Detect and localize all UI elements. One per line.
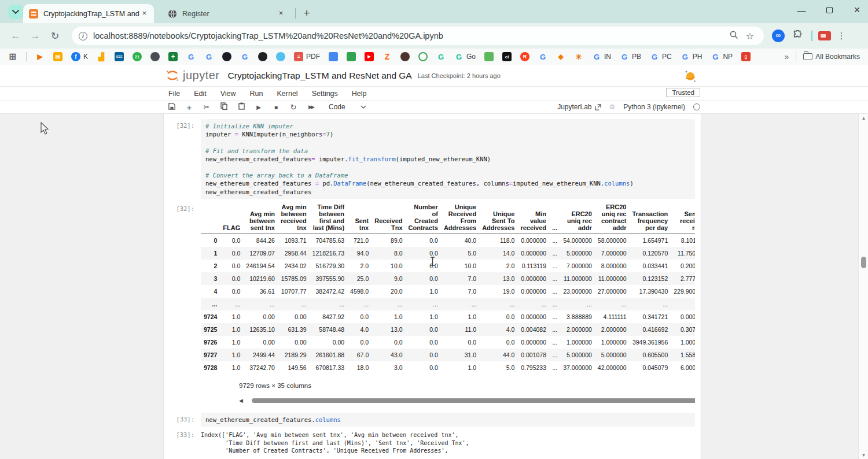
- scroll-down-icon[interactable]: ▼: [859, 453, 868, 458]
- scrollbar-thumb[interactable]: [252, 398, 695, 403]
- tab-close-icon[interactable]: ×: [276, 9, 286, 18]
- bookmark-pdf[interactable]: ≡PDF: [294, 52, 320, 61]
- menu-help[interactable]: Help: [352, 90, 367, 98]
- bookmark-apps-grid[interactable]: ⊞: [8, 52, 17, 61]
- cell: ...: [220, 298, 243, 310]
- google-2-icon: G: [204, 52, 214, 61]
- run-cell-icon[interactable]: ▶: [255, 104, 263, 110]
- jupyter-wordmark: jupyter: [183, 69, 220, 82]
- maximize-button[interactable]: [823, 5, 836, 15]
- extension-infinity-icon[interactable]: ∞: [772, 29, 785, 42]
- bookmark-google-1[interactable]: G: [186, 52, 196, 61]
- bookmark-orange-arrow[interactable]: ▶: [35, 52, 45, 61]
- restart-kernel-icon[interactable]: ↻: [289, 103, 297, 112]
- all-bookmarks-button[interactable]: All Bookmarks: [803, 53, 860, 61]
- gear-icon[interactable]: ⚙: [609, 103, 616, 111]
- bookmark-google-pc[interactable]: GPC: [650, 52, 672, 61]
- bookmark-cl-badge[interactable]: cl: [502, 52, 512, 61]
- tab-notebook[interactable]: CryptojackingTrap_LSTM and Re ×: [23, 4, 154, 23]
- bookmarks-overflow-icon[interactable]: »: [785, 52, 789, 61]
- cut-cells-icon[interactable]: ✂: [203, 103, 211, 112]
- add-cell-icon[interactable]: +: [185, 102, 193, 112]
- bookmark-github[interactable]: [222, 52, 231, 61]
- bookmark-green-ring[interactable]: [418, 52, 428, 61]
- new-tab-button[interactable]: +: [299, 6, 314, 21]
- extension-red-icon[interactable]: [818, 31, 831, 40]
- code-editor[interactable]: # Initialize KNN imputerimputer = KNNImp…: [201, 119, 695, 199]
- menu-settings[interactable]: Settings: [312, 90, 338, 98]
- bookmark-blue-doc[interactable]: [329, 52, 338, 61]
- trusted-badge[interactable]: Trusted: [666, 88, 700, 97]
- tab-close-icon[interactable]: ×: [139, 9, 149, 18]
- bookmark-youtube[interactable]: ▶: [365, 52, 374, 61]
- bookmark-teal-g-go[interactable]: GGo: [454, 52, 476, 61]
- forward-button[interactable]: →: [25, 30, 45, 42]
- tab-search-button[interactable]: [8, 5, 23, 19]
- extensions-puzzle-icon[interactable]: [789, 30, 806, 42]
- kernel-name[interactable]: Python 3 (ipykernel): [623, 103, 685, 111]
- bookmark-google-2[interactable]: G: [204, 52, 214, 61]
- bookmark-google-3[interactable]: G: [240, 52, 249, 61]
- cell: 149.56: [278, 361, 310, 374]
- bookmark-z-site[interactable]: Z: [382, 52, 392, 61]
- bookmark-teal-g[interactable]: G: [436, 52, 446, 61]
- paste-cells-icon[interactable]: [237, 102, 245, 112]
- bookmark-sheets[interactable]: +: [168, 52, 178, 61]
- bookmark-chat-21[interactable]: 21: [133, 52, 142, 61]
- bookmark-flower[interactable]: ✳: [574, 52, 583, 61]
- bookmark-yandex[interactable]: R: [520, 52, 529, 61]
- bookmark-globe-dark[interactable]: [150, 52, 160, 61]
- bookmark-dark-oval[interactable]: [400, 52, 410, 61]
- code-cell-32[interactable]: [32]: # Initialize KNN imputerimputer = …: [164, 119, 701, 199]
- notebook-title[interactable]: CryptojackingTrap_LSTM and ResNet and GA: [228, 71, 412, 81]
- bookmark-star-icon[interactable]: ☆: [742, 31, 758, 42]
- cell: 0.0: [406, 349, 441, 361]
- restart-run-all-icon[interactable]: ▶▶: [307, 104, 315, 110]
- bookmark-analytics[interactable]: ▟: [97, 52, 106, 61]
- horizontal-scrollbar[interactable]: ◀ ▶: [239, 397, 689, 405]
- bookmark-twitter-bird[interactable]: [276, 52, 285, 61]
- save-icon[interactable]: [168, 103, 176, 112]
- close-button[interactable]: ×: [851, 4, 863, 16]
- bookmark-google-pb[interactable]: GPB: [620, 52, 641, 61]
- url-text[interactable]: localhost:8889/notebooks/CryptojackingTr…: [93, 31, 726, 40]
- copy-cells-icon[interactable]: [220, 102, 228, 112]
- menu-view[interactable]: View: [220, 90, 236, 98]
- bookmark-google-in[interactable]: GIN: [592, 52, 611, 61]
- code-cell-33[interactable]: [33]: new_ethereum_created_features.colu…: [164, 413, 701, 427]
- back-button[interactable]: ←: [6, 30, 25, 42]
- cell-type-dropdown[interactable]: Code: [329, 103, 366, 111]
- scroll-up-icon[interactable]: ▲: [859, 116, 868, 121]
- bookmark-red-panel[interactable]: ▯: [741, 52, 751, 61]
- tab-register[interactable]: Register ×: [162, 4, 290, 23]
- vertical-scrollbar[interactable]: ▲ ▼: [858, 114, 868, 459]
- bookmark-google-ph[interactable]: GPH: [681, 52, 703, 61]
- code-editor[interactable]: new_ethereum_created_features.columns: [201, 413, 695, 427]
- reload-button[interactable]: ↻: [45, 30, 65, 42]
- browser-menu-icon[interactable]: ⋮: [833, 31, 849, 41]
- bookmark-google-4[interactable]: G: [538, 52, 547, 61]
- scrollbar-track[interactable]: [246, 398, 682, 404]
- menu-file[interactable]: File: [168, 90, 180, 98]
- bookmark-facebook[interactable]: fK: [71, 52, 88, 61]
- stop-kernel-icon[interactable]: ■: [272, 104, 280, 110]
- jupyterlab-link[interactable]: JupyterLab: [557, 103, 601, 111]
- bookmark-google-np[interactable]: GNP: [711, 52, 733, 61]
- scrollbar-thumb[interactable]: [861, 257, 866, 268]
- menu-edit[interactable]: Edit: [194, 90, 207, 98]
- zoom-icon[interactable]: [726, 31, 742, 42]
- bookmark-mail[interactable]: ✉: [53, 52, 62, 61]
- menu-kernel[interactable]: Kernel: [277, 90, 298, 98]
- scroll-left-icon[interactable]: ◀: [239, 398, 246, 404]
- minimize-button[interactable]: —: [795, 5, 808, 15]
- address-bar[interactable]: i localhost:8889/notebooks/Cryptojacking…: [72, 27, 764, 45]
- site-info-icon[interactable]: i: [79, 32, 87, 40]
- bookmark-android[interactable]: [347, 52, 356, 61]
- bookmark-ieee[interactable]: IEEE: [115, 52, 124, 61]
- bookmark-kite[interactable]: ◆: [556, 52, 565, 61]
- cell: ...: [549, 336, 560, 349]
- bookmark-dark-circle[interactable]: [258, 52, 267, 61]
- menu-run[interactable]: Run: [250, 90, 263, 98]
- dataframe-table: FLAGAvg min between sent tnxAvg min betw…: [201, 202, 695, 374]
- bookmark-leaf[interactable]: [484, 52, 494, 61]
